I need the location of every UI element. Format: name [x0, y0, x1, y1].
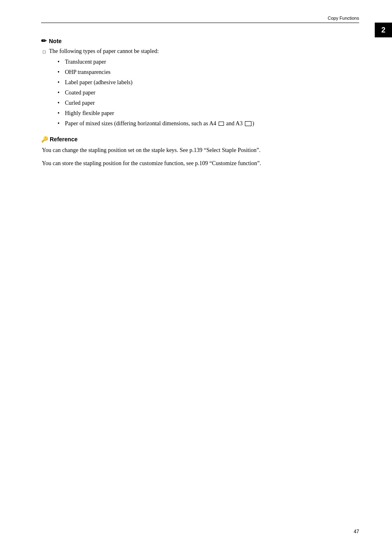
reference-para-2: You can store the stapling position for …: [42, 159, 359, 168]
paper-size-icon-a4: [219, 122, 224, 126]
list-item: Highly flexible paper: [58, 109, 359, 117]
bullet-list: Translucent paper OHP transparencies Lab…: [58, 58, 359, 128]
note-section: ✏ Note □ The following types of paper ca…: [41, 37, 359, 128]
list-item-text: Paper of mixed sizes (differing horizont…: [65, 120, 254, 127]
checkbox-icon: □: [43, 49, 46, 55]
page: Copy Functions 2 ✏ Note □ The following …: [0, 0, 392, 555]
list-item-text: Coated paper: [65, 90, 95, 96]
top-rule: [41, 23, 359, 23]
list-item: Curled paper: [58, 99, 359, 107]
reference-header: 🔑 Reference: [41, 136, 359, 143]
list-item-text: Label paper (adhesive labels): [65, 79, 132, 85]
list-item-text: Highly flexible paper: [65, 110, 114, 116]
list-item-text: OHP transparencies: [65, 69, 111, 75]
note-label: Note: [49, 38, 62, 44]
chapter-tab: 2: [375, 23, 392, 37]
list-item: Translucent paper: [58, 58, 359, 66]
paper-size-icon-a3: [245, 121, 251, 126]
note-pencil-icon: ✏: [41, 37, 46, 45]
reference-section: 🔑 Reference You can change the stapling …: [41, 136, 359, 168]
list-item: Coated paper: [58, 88, 359, 97]
reference-key-icon: 🔑: [41, 136, 48, 143]
list-item-text: Translucent paper: [65, 59, 106, 65]
list-item-text: Curled paper: [65, 100, 95, 106]
page-header: Copy Functions: [328, 16, 359, 21]
list-item: Paper of mixed sizes (differing horizont…: [58, 119, 359, 128]
main-content: ✏ Note □ The following types of paper ca…: [41, 37, 359, 168]
list-item: Label paper (adhesive labels): [58, 78, 359, 87]
list-item: OHP transparencies: [58, 68, 359, 76]
chapter-number: 2: [381, 26, 385, 35]
page-number: 47: [354, 529, 359, 534]
note-intro-text: The following types of paper cannot be s…: [49, 48, 159, 55]
reference-label: Reference: [50, 136, 78, 143]
note-header: ✏ Note: [41, 37, 359, 45]
reference-para-1: You can change the stapling position set…: [42, 146, 359, 155]
note-intro: □ The following types of paper cannot be…: [43, 48, 359, 55]
